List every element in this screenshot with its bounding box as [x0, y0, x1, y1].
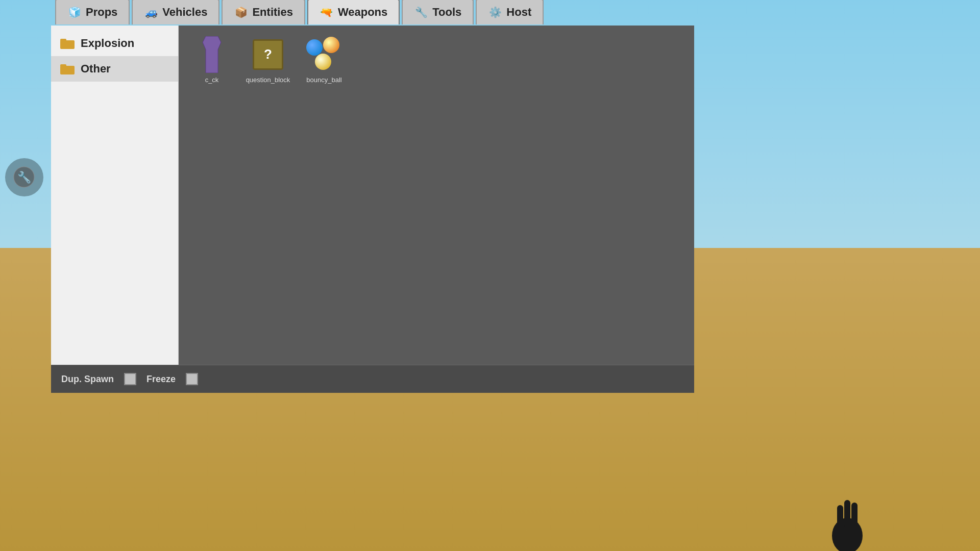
svg-text:🔧: 🔧: [17, 170, 32, 184]
tab-host-label: Host: [506, 6, 531, 19]
weapons-icon: 🔫: [320, 5, 334, 19]
wrench-icon: 🔧: [13, 166, 36, 189]
grid-item-bouncy-ball[interactable]: bouncy_ball: [299, 33, 350, 87]
dup-spawn-checkbox[interactable]: [124, 373, 136, 385]
dup-spawn-label: Dup. Spawn: [61, 374, 114, 385]
tab-weapons-label: Weapons: [338, 6, 387, 19]
tab-tools[interactable]: 🔧 Tools: [402, 0, 474, 24]
tab-props[interactable]: 🧊 Props: [55, 0, 130, 24]
c-ck-shape: [197, 36, 227, 73]
sidebar-other-label: Other: [81, 62, 111, 76]
question-block-label: question_block: [246, 76, 290, 84]
bouncy-cluster-shape: [304, 34, 345, 75]
svg-rect-9: [60, 64, 66, 67]
tab-bar: 🧊 Props 🚙 Vehicles 📦 Entities 🔫 Weapons …: [51, 0, 550, 24]
tab-weapons[interactable]: 🔫 Weapons: [307, 0, 400, 24]
host-icon: ⚙️: [488, 5, 502, 19]
ball-blue: [306, 39, 323, 56]
tab-vehicles[interactable]: 🚙 Vehicles: [132, 0, 219, 24]
question-block-visual: [248, 35, 288, 73]
sidebar-item-explosion[interactable]: Explosion: [51, 31, 178, 56]
props-icon: 🧊: [67, 5, 82, 19]
svg-rect-8: [60, 66, 75, 74]
tab-tools-label: Tools: [432, 6, 461, 19]
c-ck-visual: [191, 35, 232, 73]
svg-rect-5: [851, 503, 857, 528]
svg-rect-6: [60, 40, 75, 49]
svg-rect-7: [60, 39, 66, 41]
content-area: Explosion Other c_ck: [51, 26, 694, 365]
question-block-shape: [253, 39, 283, 70]
tab-entities-label: Entities: [252, 6, 292, 19]
bottom-bar: Dup. Spawn Freeze: [51, 365, 694, 393]
item-grid: c_ck question_block bouncy_ball: [179, 26, 694, 365]
tab-props-label: Props: [86, 6, 117, 19]
grid-item-question-block[interactable]: question_block: [242, 33, 293, 87]
folder-explosion-icon: [60, 38, 75, 49]
tools-icon: 🔧: [414, 5, 428, 19]
tab-host[interactable]: ⚙️ Host: [476, 0, 544, 24]
bouncy-ball-label: bouncy_ball: [306, 76, 341, 84]
main-panel: 🧊 Props 🚙 Vehicles 📦 Entities 🔫 Weapons …: [51, 26, 694, 393]
sidebar: Explosion Other: [51, 26, 179, 365]
sidebar-explosion-label: Explosion: [81, 37, 134, 50]
entities-icon: 📦: [234, 5, 248, 19]
tab-entities[interactable]: 📦 Entities: [222, 0, 305, 24]
grid-item-c-ck[interactable]: c_ck: [186, 33, 237, 87]
freeze-checkbox[interactable]: [186, 373, 198, 385]
tab-vehicles-label: Vehicles: [162, 6, 207, 19]
hand-overlay: [817, 490, 878, 551]
bouncy-ball-visual: [304, 35, 345, 73]
ball-orange: [323, 37, 339, 53]
ball-yellow: [315, 54, 331, 70]
freeze-label: Freeze: [146, 374, 176, 385]
hand-icon: [817, 490, 878, 551]
sidebar-item-other[interactable]: Other: [51, 56, 178, 82]
vehicles-icon: 🚙: [144, 5, 158, 19]
tool-icon-overlay: 🔧: [5, 158, 43, 196]
svg-rect-3: [837, 505, 843, 531]
svg-rect-4: [844, 500, 850, 528]
c-ck-label: c_ck: [205, 76, 219, 84]
folder-other-icon: [60, 63, 75, 74]
